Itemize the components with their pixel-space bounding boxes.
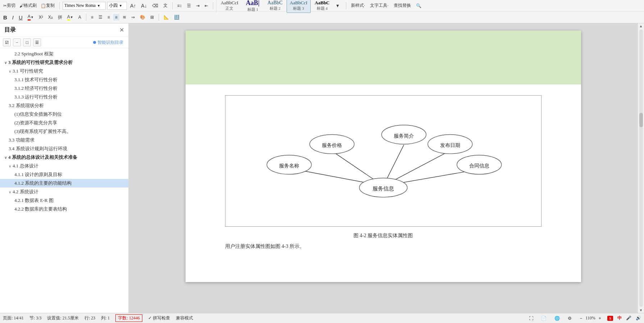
- ruler-icon: 📐: [164, 15, 169, 20]
- text-tool-button[interactable]: 文字工具·: [368, 2, 390, 9]
- font-name-selector[interactable]: Times New Roma ▼: [63, 2, 106, 10]
- wordcount-button[interactable]: 字数: 12446: [115, 314, 142, 322]
- fullscreen-button[interactable]: ⛶: [527, 315, 535, 322]
- document-area[interactable]: 服务信息 服务简介 服务价格 服务名称: [129, 23, 638, 313]
- subscript-button[interactable]: X₂: [46, 14, 55, 20]
- align-right-icon: ≡: [108, 15, 110, 20]
- outdent-button[interactable]: ⇤: [203, 3, 210, 9]
- style-h3[interactable]: AaBbCcI 标题 3: [287, 0, 311, 13]
- align-center-button[interactable]: ☰: [97, 14, 104, 20]
- web-layout-button[interactable]: 🌐: [553, 315, 562, 322]
- underline-button[interactable]: U: [17, 14, 24, 21]
- format-brush-button[interactable]: 🖌 格式刷: [18, 2, 38, 9]
- font-size-selector[interactable]: 小四 ▼: [107, 2, 127, 10]
- mic-icon[interactable]: 🎤: [626, 315, 631, 321]
- right-scrollbar: ▲ ▼: [638, 23, 644, 313]
- toc-item-ch4-2[interactable]: ∨ 4.2 系统设计: [0, 188, 128, 196]
- font-grow-button[interactable]: A↑: [128, 2, 138, 9]
- font-shrink-button[interactable]: A↓: [139, 2, 149, 9]
- new-style-button[interactable]: 新样式·: [349, 2, 367, 9]
- scroll-track[interactable]: [639, 29, 643, 307]
- expand-styles-button[interactable]: ▼: [334, 0, 342, 13]
- toc-item-ch3-2-3[interactable]: (3)现有系统可扩展性不高。: [0, 127, 128, 136]
- copy-button[interactable]: 📋 复制: [39, 2, 56, 9]
- phonetic2-button[interactable]: 拼: [56, 14, 64, 21]
- toc-item-ch4[interactable]: ∨ 4 系统的总体设计及相关技术准备: [0, 153, 128, 162]
- italic-button[interactable]: I: [10, 14, 15, 21]
- align-right-button[interactable]: ≡: [106, 14, 112, 20]
- toc-item-ch3-2-1[interactable]: (1)信息安全措施不到位: [0, 110, 128, 119]
- toc-item-ch3-4[interactable]: 3.4 系统设计规则与运行环境: [0, 144, 128, 153]
- print-layout-icon: 📄: [541, 316, 547, 321]
- toc-checkbox-all[interactable]: ☑: [3, 38, 11, 46]
- scroll-thumb[interactable]: [639, 113, 643, 127]
- para-indent-button[interactable]: ⇒: [129, 14, 137, 20]
- node-top-text: 服务简介: [394, 133, 414, 139]
- toc-item-ch3-2-2[interactable]: (2)资源不能充分共享: [0, 119, 128, 127]
- cut-button[interactable]: ✂ 剪切: [1, 2, 17, 9]
- font-dropdown-icon: ▼: [97, 4, 100, 8]
- toc-collapse-all[interactable]: −: [13, 38, 21, 46]
- toc-item-ch3-3[interactable]: 3.3 功能需求: [0, 136, 128, 144]
- size-dropdown-icon: ▼: [119, 4, 122, 8]
- toc-item-ch4-1-1[interactable]: 4.1.1 设计的原则及目标: [0, 170, 128, 179]
- para-spacing-button[interactable]: ≡↕: [175, 3, 184, 9]
- style-h2[interactable]: AaBbC 标题 2: [264, 0, 286, 13]
- toc-item-ch4-1-2[interactable]: 4.1.2 系统的主要的功能结构: [0, 179, 128, 188]
- gear-icon: ⚙: [568, 316, 572, 321]
- phonetic-button[interactable]: 文: [161, 2, 169, 9]
- toc-item-ch4-1[interactable]: ∨ 4.1 总体设计: [0, 162, 128, 170]
- toolbar-row1: ✂ 剪切 🖌 格式刷 📋 复制 Times New Roma ▼ 小四 ▼ A↑…: [0, 0, 644, 11]
- style-normal[interactable]: AaBbCcI 正文: [218, 0, 241, 13]
- ruler-btn[interactable]: 📐: [162, 14, 171, 20]
- smart-toc-button[interactable]: 智能识别目录: [91, 39, 125, 46]
- toc-item-ch3-1-3[interactable]: 3.1.3 运行可行性分析: [0, 93, 128, 101]
- style-h1[interactable]: AaB| 标题 1: [242, 0, 264, 13]
- font2-icon: A: [78, 15, 81, 20]
- settings-button[interactable]: ⚙: [566, 315, 574, 322]
- indent-button[interactable]: ⇥: [194, 3, 201, 9]
- toolbar-area: ✂ 剪切 🖌 格式刷 📋 复制 Times New Roma ▼ 小四 ▼ A↑…: [0, 0, 644, 23]
- search-icon-button[interactable]: 🔍: [414, 3, 423, 9]
- print-layout-button[interactable]: 📄: [539, 315, 548, 322]
- toc-item-ch3-1[interactable]: ∨ 3.1 可行性研究: [0, 67, 128, 75]
- toc-item-ch3-1-1[interactable]: 3.1.1 技术可行性分析: [0, 75, 128, 84]
- toc-expand-all[interactable]: □: [23, 38, 31, 46]
- bold-button[interactable]: B: [1, 14, 9, 21]
- align-distribute-button[interactable]: ≋: [121, 14, 128, 20]
- toc-settings[interactable]: ☰: [33, 38, 41, 46]
- highlight-button[interactable]: A▼: [65, 14, 75, 21]
- spell-check-button[interactable]: ✓ 拼写检查: [148, 315, 170, 321]
- align-left-button[interactable]: ≡: [89, 14, 95, 20]
- toc-item-springboot[interactable]: 2.2 SpringBoot 框架: [0, 50, 128, 58]
- style-normal-label: 正文: [225, 6, 233, 11]
- toc-item-ch3-2[interactable]: 3.2 系统现状分析: [0, 101, 128, 110]
- grow-icon: A↑: [130, 3, 136, 9]
- style-h1-label: 标题 1: [247, 7, 258, 12]
- font-color-button[interactable]: A ▼: [26, 13, 36, 21]
- scroll-down-button[interactable]: ▼: [639, 308, 643, 312]
- close-button[interactable]: ✕: [119, 27, 124, 33]
- align-justify-button[interactable]: ≡: [113, 14, 119, 20]
- clear-format-button[interactable]: ⌫: [150, 3, 160, 9]
- entity-diagram: 服务信息 服务简介 服务价格 服务名称: [233, 103, 534, 218]
- scroll-up-button[interactable]: ▲: [639, 24, 643, 28]
- style-h4[interactable]: AaBbC 标题 4: [311, 0, 333, 13]
- toc-item-ch3-1-2[interactable]: 3.1.2 经济可行性分析: [0, 84, 128, 93]
- zoom-out-button[interactable]: −: [578, 315, 584, 322]
- border-button[interactable]: ⊞: [149, 14, 156, 20]
- toc-item-ch4-2-2[interactable]: 4.2.2 数据库的主要表结构: [0, 205, 128, 213]
- border-icon: ⊞: [150, 15, 154, 20]
- font2-button[interactable]: A: [77, 14, 83, 20]
- shading-button[interactable]: 🎨: [138, 14, 147, 20]
- zoom-level: 110%: [585, 315, 595, 321]
- toc-item-ch3[interactable]: ∨ 3 系统的可行性研究及需求分析: [0, 58, 128, 67]
- zoom-in-button[interactable]: +: [597, 315, 603, 322]
- toc-item-ch4-2-1[interactable]: 4.2.1 数据表 E-R 图: [0, 196, 128, 205]
- line-spacing-button[interactable]: ☰: [185, 3, 193, 9]
- numbering-btn[interactable]: 🔢: [172, 14, 181, 20]
- superscript-button[interactable]: X²: [37, 14, 45, 20]
- find-replace-button[interactable]: 查找替换: [392, 2, 413, 9]
- style-h2-label: 标题 2: [270, 6, 280, 11]
- style-h3-preview: AaBbCcI: [290, 0, 307, 6]
